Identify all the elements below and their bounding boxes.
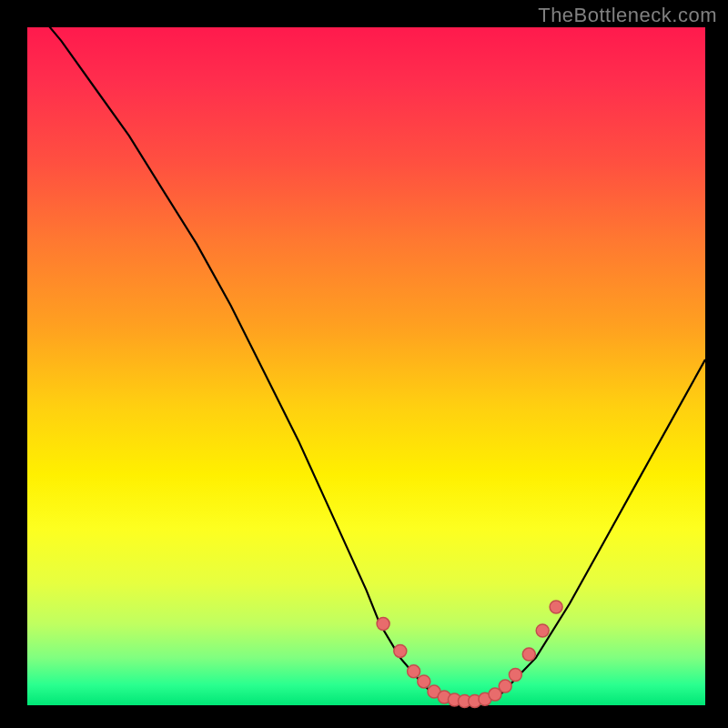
curve-marker (522, 648, 535, 661)
curve-marker (509, 669, 521, 682)
curve-marker (394, 644, 407, 657)
curve-marker (418, 675, 430, 688)
bottleneck-curve (27, 0, 705, 702)
curve-marker (408, 665, 420, 678)
curve-marker (550, 601, 562, 613)
curve-markers (377, 601, 562, 708)
curve-marker (536, 624, 549, 637)
chart-overlay (27, 27, 705, 705)
curve-marker (377, 618, 389, 631)
watermark-text: TheBottleneck.com (538, 4, 717, 27)
curve-marker (499, 680, 511, 693)
